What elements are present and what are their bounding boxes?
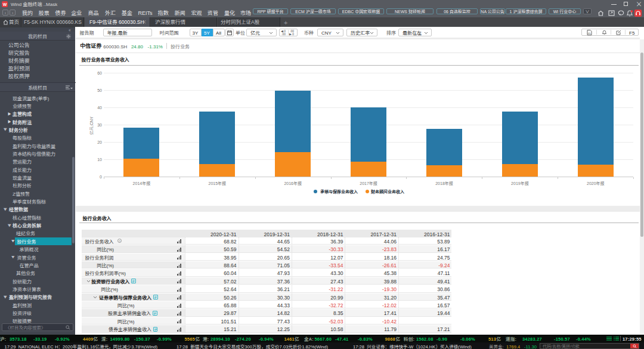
svg-text:▶.0: ▶.0 xyxy=(289,32,294,36)
svg-text:xls: xls xyxy=(588,31,591,35)
svg-text:.00: .00 xyxy=(281,32,286,36)
